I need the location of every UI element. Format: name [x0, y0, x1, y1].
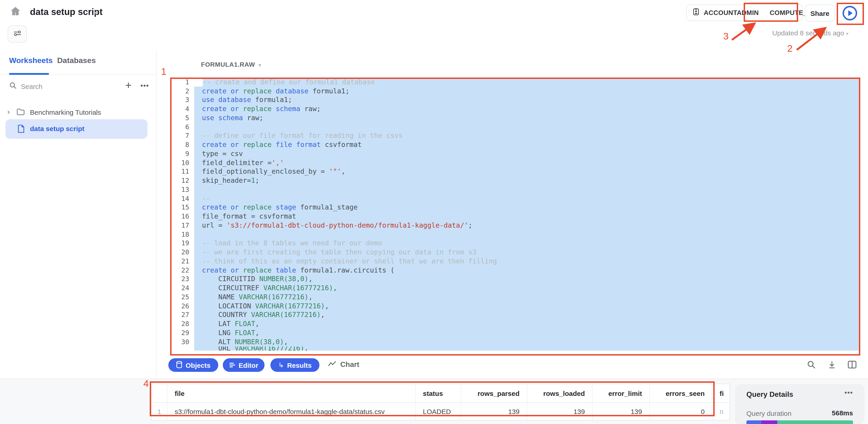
query-details-menu-button[interactable]: •••: [844, 389, 853, 396]
code-line[interactable]: 29 LNG FLOAT,: [170, 328, 860, 337]
schema-context-dropdown[interactable]: FORMULA1.RAW▾: [201, 61, 261, 68]
session-context-pill[interactable]: ACCOUNTADMIN COMPUTE_WH: [686, 4, 803, 21]
code-line[interactable]: 25 NAME VARCHAR(16777216),: [170, 293, 860, 301]
code-line[interactable]: 7-- define our file format for reading i…: [170, 131, 860, 140]
code-line-text: ALT NUMBER(38,0),: [194, 337, 860, 347]
column-header-error_limit[interactable]: error_limit: [593, 384, 650, 402]
search-input[interactable]: Search: [21, 83, 42, 90]
line-number: 20: [170, 249, 194, 256]
code-line[interactable]: 20-- we are first creating the table the…: [170, 248, 860, 257]
home-button[interactable]: [7, 4, 24, 20]
tab-worksheets[interactable]: Worksheets: [9, 56, 53, 65]
code-line[interactable]: 11field_optionally_enclosed_by = '"',: [170, 167, 860, 176]
code-line[interactable]: 12skip_header=1;: [170, 176, 860, 185]
code-line[interactable]: 23 CIRCUITID NUMBER(38,0),: [170, 274, 860, 284]
download-results-button[interactable]: [826, 360, 837, 371]
code-line-text: [194, 230, 860, 239]
home-icon: [9, 5, 21, 19]
code-line[interactable]: 18: [170, 230, 860, 239]
column-header-rows_loaded[interactable]: rows_loaded: [527, 384, 593, 402]
line-number: 13: [170, 186, 194, 193]
code-line[interactable]: 15create or replace stage formula1_stage: [170, 203, 860, 212]
sidebar-item-selected-worksheet[interactable]: data setup script: [5, 119, 148, 139]
line-number: 7: [170, 132, 194, 139]
sql-editor[interactable]: 1-- create and define our formula1 datab…: [170, 77, 860, 356]
table-cell: LOADED: [415, 403, 461, 420]
code-line[interactable]: 4create or replace schema raw;: [170, 104, 860, 113]
code-line[interactable]: 30 ALT NUMBER(38,0),: [170, 337, 860, 347]
code-line[interactable]: 26 LOCATION VARCHAR(16777216),: [170, 301, 860, 311]
code-line[interactable]: 22create or replace table formula1.raw.c…: [170, 266, 860, 275]
code-line[interactable]: 6: [170, 123, 860, 131]
objects-toggle-button[interactable]: Objects: [168, 358, 218, 372]
role-label[interactable]: ACCOUNTADMIN: [704, 9, 759, 16]
code-line-text: LOCATION VARCHAR(16777216),: [194, 301, 860, 311]
code-line[interactable]: 13: [170, 185, 860, 194]
code-line[interactable]: 5use schema raw;: [170, 113, 860, 123]
column-header-status[interactable]: status: [415, 384, 461, 402]
new-worksheet-button[interactable]: +: [122, 78, 135, 92]
code-line[interactable]: 16file_format = csvformat: [170, 212, 860, 221]
duration-bar-segment: [777, 420, 853, 424]
run-play-icon: [842, 5, 858, 23]
table-row[interactable]: 1s3://formula1-dbt-cloud-python-demo/for…: [152, 403, 730, 420]
query-details-title: Query Details: [746, 390, 793, 399]
sidebar-tabs: Worksheets Databases: [0, 50, 156, 75]
code-lines: 1-- create and define our formula1 datab…: [170, 77, 860, 350]
results-table[interactable]: filestatusrows_parsedrows_loadederror_li…: [151, 384, 730, 420]
column-header-fi[interactable]: fi: [712, 384, 730, 402]
line-number: 10: [170, 159, 194, 166]
code-line[interactable]: 14--: [170, 194, 860, 203]
objects-label: Objects: [186, 361, 211, 369]
chart-toggle-button[interactable]: Chart: [328, 360, 359, 369]
code-line-text: -- load in the 8 tables we need for our …: [194, 239, 860, 248]
results-return-icon: ↳: [278, 361, 284, 369]
title-dropdown-caret[interactable]: ▾: [94, 9, 97, 16]
split-panel-button[interactable]: [847, 360, 858, 371]
code-line[interactable]: 3use database formula1;: [170, 95, 860, 104]
code-line-text: -- create and define our formula1 databa…: [203, 77, 860, 87]
search-results-button[interactable]: [806, 360, 817, 371]
code-line[interactable]: 10field_delimiter =',': [170, 158, 860, 167]
sidebar-item-folder[interactable]: › Benchmarking Tutorials: [0, 105, 156, 121]
column-header-file[interactable]: file: [167, 384, 415, 402]
filters-button[interactable]: [8, 25, 27, 43]
code-line[interactable]: URL VARCHAR(16777216),: [170, 346, 860, 350]
updated-status[interactable]: Updated 8 seconds ago▾: [753, 29, 848, 37]
code-line[interactable]: 21-- think of this as an empty container…: [170, 257, 860, 266]
line-number: 15: [170, 204, 194, 211]
updated-caret-icon: ▾: [846, 31, 848, 36]
line-number: 23: [170, 275, 194, 283]
share-button[interactable]: Share: [805, 4, 835, 22]
column-header-rows_parsed[interactable]: rows_parsed: [461, 384, 527, 402]
line-number: 4: [170, 105, 194, 112]
tab-databases[interactable]: Databases: [57, 56, 96, 65]
sidebar-more-button[interactable]: •••: [137, 78, 152, 92]
code-line-text: [194, 185, 860, 194]
line-number: 30: [170, 338, 194, 345]
code-line[interactable]: 1-- create and define our formula1 datab…: [170, 77, 860, 87]
column-header-rownum[interactable]: [152, 384, 167, 402]
code-line[interactable]: 8create or replace file format csvformat: [170, 140, 860, 150]
code-line[interactable]: 17url = 's3://formula1-dbt-cloud-python-…: [170, 221, 860, 230]
code-line[interactable]: 27 COUNTRY VARCHAR(16777216),: [170, 311, 860, 320]
folder-label: Benchmarking Tutorials: [30, 108, 101, 116]
editor-label: Editor: [239, 361, 258, 369]
line-number: 16: [170, 213, 194, 220]
context-caret-icon: ▾: [259, 63, 261, 68]
code-line[interactable]: 19-- load in the 8 tables we need for ou…: [170, 239, 860, 248]
code-line-text: field_delimiter =',': [194, 158, 860, 167]
app-window: data setup script ▾ ACCOUNTADMIN: [0, 0, 868, 424]
line-number: 18: [170, 231, 194, 238]
editor-toggle-button[interactable]: Editor: [223, 358, 265, 372]
code-line[interactable]: 28 LAT FLOAT,: [170, 320, 860, 329]
code-line[interactable]: 9type = csv: [170, 149, 860, 158]
line-number: 28: [170, 320, 194, 327]
code-line-text: create or replace stage formula1_stage: [194, 203, 860, 212]
code-line[interactable]: 2create or replace database formula1;: [170, 87, 860, 96]
code-line[interactable]: 24 CIRCUITREF VARCHAR(16777216),: [170, 284, 860, 293]
run-button[interactable]: [841, 5, 859, 23]
results-toggle-button[interactable]: ↳ Results: [271, 358, 319, 372]
column-header-errors_seen[interactable]: errors_seen: [650, 384, 712, 402]
line-number: 3: [170, 96, 194, 104]
